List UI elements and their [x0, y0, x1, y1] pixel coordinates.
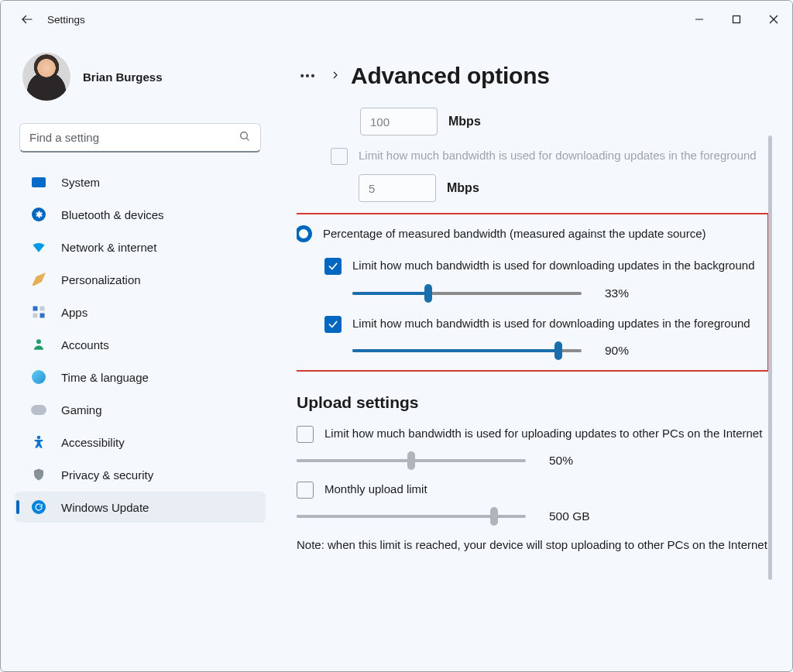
nav-privacy[interactable]: Privacy & security: [15, 459, 266, 490]
check-icon: [328, 261, 338, 272]
maximize-icon: [732, 15, 741, 24]
nav-time-language[interactable]: Time & language: [15, 362, 266, 393]
percentage-bandwidth-section: Percentage of measured bandwidth (measur…: [297, 213, 769, 372]
sidebar: Brian Burgess System ✱ Bluetooth & devic…: [1, 38, 273, 671]
minimize-button[interactable]: [681, 4, 718, 35]
svg-rect-8: [40, 307, 45, 311]
check-icon: [328, 319, 338, 330]
svg-point-12: [37, 436, 39, 438]
person-icon: [30, 336, 47, 353]
unit-label: Mbps: [448, 115, 481, 129]
upload-note: Note: when this limit is reached, your d…: [297, 537, 772, 553]
app-title: Settings: [47, 14, 85, 26]
nav-accessibility[interactable]: Accessibility: [15, 427, 266, 458]
nav-label: Accounts: [61, 338, 109, 351]
nav-label: Apps: [61, 306, 88, 319]
main-content: ••• Advanced options 100 Mbps: [273, 38, 792, 671]
nav-label: Gaming: [61, 403, 102, 417]
upload-bw-checkbox[interactable]: [297, 426, 314, 443]
fg-pct-checkbox[interactable]: [324, 316, 342, 333]
bg-absolute-input[interactable]: 100: [360, 108, 438, 135]
arrow-left-icon: [20, 12, 34, 26]
maximize-button[interactable]: [718, 4, 755, 35]
nav-windows-update[interactable]: Windows Update: [15, 492, 266, 523]
bluetooth-icon: ✱: [30, 206, 47, 223]
globe-clock-icon: [30, 369, 47, 386]
nav-label: Network & internet: [61, 241, 156, 254]
breadcrumb: ••• Advanced options: [297, 63, 775, 89]
avatar: [22, 53, 70, 101]
shield-icon: [30, 466, 47, 483]
monthly-limit-value: 500 GB: [549, 509, 590, 523]
gamepad-icon: [30, 401, 47, 418]
unit-label: Mbps: [447, 181, 479, 195]
bg-pct-slider[interactable]: [352, 285, 582, 302]
bg-pct-label: Limit how much bandwidth is used for dow…: [352, 258, 760, 273]
nav-label: Bluetooth & devices: [61, 208, 164, 221]
nav-label: Windows Update: [61, 501, 149, 514]
nav-bluetooth[interactable]: ✱ Bluetooth & devices: [15, 199, 266, 230]
fg-absolute-label: Limit how much bandwidth is used for dow…: [359, 148, 772, 163]
fg-absolute-input[interactable]: 5: [359, 174, 436, 202]
close-button[interactable]: [755, 4, 792, 35]
update-icon: [30, 499, 47, 516]
scrollbar[interactable]: [768, 135, 772, 580]
search-icon: [239, 130, 251, 146]
accessibility-icon: [30, 434, 47, 451]
svg-point-11: [36, 339, 41, 344]
fg-pct-slider[interactable]: [352, 342, 582, 359]
nav-gaming[interactable]: Gaming: [15, 394, 266, 425]
svg-line-6: [246, 138, 249, 140]
nav-label: Privacy & security: [61, 468, 153, 482]
fg-pct-label: Limit how much bandwidth is used for dow…: [352, 316, 760, 331]
settings-window: Settings Brian Burgess: [0, 0, 793, 672]
svg-rect-9: [33, 314, 38, 318]
nav-label: Time & language: [61, 371, 149, 384]
bg-pct-value: 33%: [605, 286, 629, 300]
brush-icon: [30, 271, 47, 288]
wifi-icon: [30, 238, 47, 255]
nav-apps[interactable]: Apps: [15, 297, 266, 327]
svg-rect-2: [733, 16, 740, 23]
profile-name: Brian Burgess: [83, 70, 163, 84]
page-title: Advanced options: [351, 63, 550, 89]
nav-label: Personalization: [61, 273, 141, 286]
upload-bw-slider[interactable]: [297, 452, 526, 469]
nav: System ✱ Bluetooth & devices Network & i…: [15, 166, 266, 523]
svg-rect-10: [40, 314, 45, 318]
monthly-limit-slider[interactable]: [297, 508, 526, 525]
percentage-radio[interactable]: [297, 225, 312, 242]
breadcrumb-overflow-button[interactable]: •••: [297, 64, 320, 87]
svg-point-5: [241, 132, 248, 139]
apps-icon: [30, 303, 47, 321]
nav-label: System: [61, 176, 100, 189]
percentage-radio-label: Percentage of measured bandwidth (measur…: [323, 225, 705, 242]
upload-bw-label: Limit how much bandwidth is used for upl…: [324, 426, 772, 441]
upload-settings-heading: Upload settings: [297, 393, 772, 412]
fg-pct-value: 90%: [605, 344, 629, 358]
search-input[interactable]: [20, 131, 260, 144]
close-icon: [769, 15, 778, 24]
nav-personalization[interactable]: Personalization: [15, 264, 266, 295]
nav-system[interactable]: System: [15, 166, 266, 197]
back-button[interactable]: [12, 4, 43, 35]
svg-rect-7: [33, 307, 38, 311]
profile[interactable]: Brian Burgess: [15, 49, 266, 105]
bg-pct-checkbox[interactable]: [324, 258, 342, 275]
monthly-limit-checkbox[interactable]: [297, 482, 314, 499]
upload-bw-value: 50%: [549, 454, 573, 468]
nav-accounts[interactable]: Accounts: [15, 329, 266, 360]
system-icon: [30, 173, 47, 190]
title-bar: Settings: [1, 1, 792, 38]
fg-absolute-checkbox[interactable]: [331, 148, 348, 165]
monthly-limit-label: Monthly upload limit: [324, 482, 772, 497]
search-box[interactable]: [19, 123, 261, 153]
chevron-right-icon: [331, 70, 340, 82]
minimize-icon: [695, 15, 704, 24]
nav-network[interactable]: Network & internet: [15, 231, 266, 262]
nav-label: Accessibility: [61, 436, 125, 449]
